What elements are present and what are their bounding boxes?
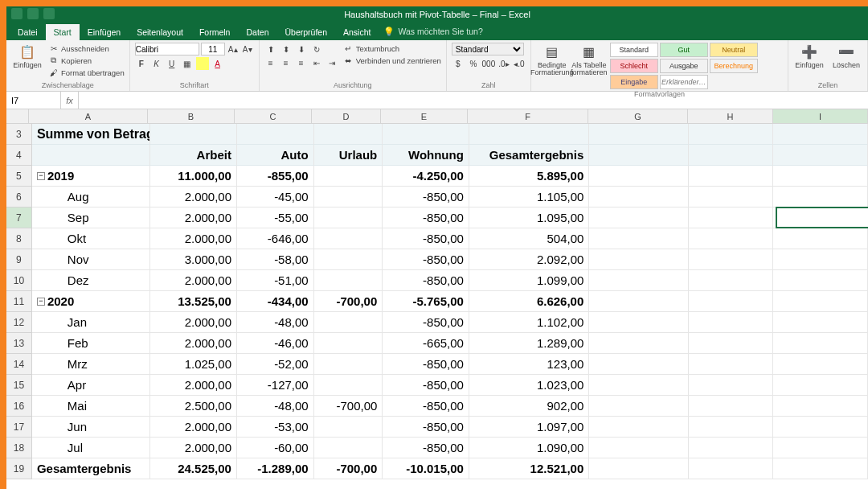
pivot-value[interactable]: -850,00 <box>383 354 469 375</box>
row-header[interactable]: 9 <box>6 249 32 270</box>
cell[interactable] <box>773 249 868 270</box>
pivot-value[interactable]: -52,00 <box>237 354 314 375</box>
paste-button[interactable]: 📋 Einfügen <box>11 43 43 69</box>
cell[interactable] <box>589 333 689 354</box>
pivot-value[interactable]: 1.105,00 <box>469 187 589 208</box>
pivot-value[interactable] <box>314 375 383 396</box>
percent-icon[interactable]: % <box>467 57 480 70</box>
borders-button[interactable]: ▦ <box>181 57 194 70</box>
row-header[interactable]: 13 <box>6 333 32 354</box>
pivot-value[interactable]: -850,00 <box>383 438 469 458</box>
pivot-value[interactable]: 2.000,00 <box>150 270 237 291</box>
pivot-value[interactable]: 2.500,00 <box>150 396 237 417</box>
cell[interactable] <box>689 270 774 291</box>
row-header[interactable]: 8 <box>6 228 32 249</box>
cell[interactable] <box>773 291 868 312</box>
cell[interactable] <box>589 124 689 145</box>
pivot-value[interactable]: -855,00 <box>237 166 314 187</box>
pivot-value[interactable] <box>314 354 383 375</box>
pivot-value[interactable]: -646,00 <box>237 228 314 249</box>
row-header[interactable]: 7 <box>6 208 32 228</box>
row-header[interactable]: 16 <box>6 396 32 417</box>
fx-button[interactable]: fx <box>61 92 79 109</box>
pivot-value[interactable]: 1.097,00 <box>469 417 589 438</box>
pivot-value[interactable]: -850,00 <box>383 375 469 396</box>
cell[interactable] <box>589 249 689 270</box>
collapse-icon[interactable]: − <box>37 298 45 306</box>
pivot-value[interactable]: 11.000,00 <box>150 166 237 187</box>
fill-color-button[interactable] <box>196 57 209 70</box>
cell[interactable] <box>773 333 868 354</box>
comma-icon[interactable]: 000 <box>482 57 495 70</box>
pivot-value[interactable]: 2.000,00 <box>150 208 237 228</box>
cell[interactable] <box>773 417 868 438</box>
pivot-value[interactable]: 1.102,00 <box>469 312 589 333</box>
style-berechnung[interactable]: Berechnung <box>710 59 758 73</box>
row-header[interactable]: 4 <box>6 145 32 166</box>
pivot-value[interactable] <box>314 333 383 354</box>
row-header[interactable]: 6 <box>6 187 32 208</box>
pivot-value[interactable]: 902,00 <box>469 396 589 417</box>
pivot-value[interactable]: -850,00 <box>383 396 469 417</box>
underline-button[interactable]: U <box>166 57 178 70</box>
cell[interactable] <box>689 396 774 417</box>
format-painter-button[interactable]: 🖌Format übertragen <box>48 67 125 78</box>
cut-button[interactable]: ✂Ausschneiden <box>48 43 125 54</box>
align-middle-icon[interactable]: ⬍ <box>280 43 293 55</box>
pivot-col-header[interactable]: Wohnung <box>383 145 469 166</box>
pivot-row-label[interactable]: Aug <box>32 187 151 208</box>
currency-icon[interactable]: $ <box>452 57 465 70</box>
row-header[interactable]: 5 <box>6 166 32 187</box>
name-box[interactable] <box>6 92 61 109</box>
pivot-value[interactable]: 1.099,00 <box>469 270 589 291</box>
cell[interactable] <box>773 166 868 187</box>
collapse-icon[interactable]: − <box>37 172 45 180</box>
pivot-row-label[interactable]: Okt <box>32 228 151 249</box>
pivot-value[interactable]: -51,00 <box>237 270 314 291</box>
cell[interactable] <box>773 228 868 249</box>
tab-einfügen[interactable]: Einfügen <box>80 24 129 40</box>
col-header-I[interactable]: I <box>773 109 868 123</box>
pivot-value[interactable]: 12.521,00 <box>469 458 589 479</box>
undo-icon[interactable] <box>27 8 39 19</box>
pivot-row-label[interactable]: Sep <box>32 208 151 228</box>
pivot-value[interactable]: -700,00 <box>314 396 383 417</box>
row-header[interactable]: 12 <box>6 312 32 333</box>
cell[interactable] <box>589 228 689 249</box>
row-header[interactable]: 18 <box>6 438 32 458</box>
pivot-value[interactable]: -700,00 <box>314 291 383 312</box>
pivot-col-header[interactable]: Gesamtergebnis <box>469 145 589 166</box>
cell-styles-gallery[interactable]: StandardGutNeutralSchlechtAusgabeBerechn… <box>610 43 758 89</box>
indent-decrease-icon[interactable]: ⇤ <box>310 56 323 69</box>
number-format-select[interactable]: Standard <box>452 43 524 55</box>
cell[interactable] <box>689 291 774 312</box>
cell[interactable] <box>689 354 774 375</box>
align-left-icon[interactable]: ≡ <box>264 56 277 69</box>
tab-start[interactable]: Start <box>46 24 80 40</box>
pivot-value[interactable]: 2.000,00 <box>150 228 237 249</box>
cell[interactable] <box>689 124 774 145</box>
tab-seitenlayout[interactable]: Seitenlayout <box>129 24 191 40</box>
pivot-value[interactable]: 2.000,00 <box>150 375 237 396</box>
pivot-row-label[interactable]: Feb <box>32 333 151 354</box>
row-header[interactable]: 17 <box>6 417 32 438</box>
conditional-formatting-button[interactable]: ▤ Bedingte Formatierung <box>536 43 568 76</box>
pivot-row-label[interactable]: −2019 <box>32 166 150 187</box>
cell[interactable] <box>689 458 774 479</box>
cell[interactable] <box>689 145 774 166</box>
pivot-value[interactable] <box>314 312 383 333</box>
cell[interactable] <box>773 396 868 417</box>
cell[interactable] <box>589 208 689 228</box>
pivot-title[interactable]: Summe von Betrag <box>32 124 150 145</box>
increase-font-icon[interactable]: A▴ <box>227 43 240 55</box>
pivot-value[interactable]: 123,00 <box>469 354 589 375</box>
cell[interactable] <box>689 417 774 438</box>
pivot-value[interactable]: 13.525,00 <box>150 291 237 312</box>
merge-center-button[interactable]: ⬌Verbinden und zentrieren <box>343 55 441 66</box>
tab-daten[interactable]: Daten <box>238 24 276 40</box>
pivot-col-header[interactable]: Arbeit <box>150 145 237 166</box>
select-all-corner[interactable] <box>6 109 29 123</box>
pivot-value[interactable]: 504,00 <box>469 228 589 249</box>
cell[interactable] <box>773 438 868 458</box>
pivot-value[interactable]: -665,00 <box>383 333 469 354</box>
